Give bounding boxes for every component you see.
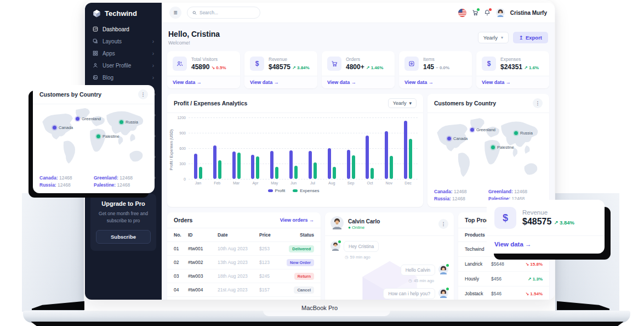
legend-item-expenses[interactable]: Expenses: [293, 188, 319, 193]
marker-label: Russia: [520, 131, 533, 136]
period-select[interactable]: Yearly ▾: [478, 32, 509, 43]
view-data-link[interactable]: View data →: [399, 76, 472, 88]
search-input[interactable]: [200, 10, 255, 15]
upload-icon: ↥: [519, 35, 523, 41]
chevron-right-icon: ›: [152, 50, 154, 57]
sidebar-item-apps[interactable]: Apps ›: [85, 47, 162, 59]
bar-expenses[interactable]: [352, 155, 355, 179]
bar-expenses[interactable]: [256, 156, 259, 179]
bar-expenses[interactable]: [294, 166, 298, 179]
us-flag-icon: [458, 9, 466, 17]
status-badge: Cancel: [294, 286, 314, 294]
bar-profit[interactable]: [251, 155, 254, 179]
chevron-right-icon: ›: [152, 38, 154, 44]
map-marker-palestine[interactable]: Palestine: [491, 145, 514, 150]
bar-expenses[interactable]: [275, 167, 278, 179]
map-marker-canada[interactable]: Canada: [53, 125, 73, 130]
chart-y-axis-label: Profit / Expenses (USD): [169, 117, 176, 182]
chart-plot: [189, 117, 418, 179]
x-tick-label: Jan: [189, 181, 208, 185]
chart-title: Profit / Expenses Analytics: [174, 100, 247, 106]
product-row: Hously $456 ↗ 1.3%: [458, 272, 549, 286]
stat-value: 45890: [191, 63, 209, 71]
x-tick-label: Dec: [398, 181, 418, 185]
subscribe-button[interactable]: Subscribe: [96, 230, 151, 244]
layouts-icon: [93, 38, 98, 44]
user-name[interactable]: Cristina Murfy: [510, 10, 547, 16]
x-tick-label: Apr: [246, 181, 265, 185]
product-row: Jobstack $546 ↘ 1.54%: [458, 286, 549, 300]
map-marker-russia[interactable]: Russia: [514, 131, 533, 136]
bar-expenses[interactable]: [333, 167, 336, 179]
bar-profit[interactable]: [404, 121, 407, 179]
chart-gridline: [189, 179, 418, 179]
chat-message-outgoing: Hello Calvin: [330, 265, 448, 277]
map-marker-canada[interactable]: Canada: [447, 136, 468, 141]
bar-expenses[interactable]: [218, 160, 221, 179]
upgrade-title: Upgrade to Pro: [96, 200, 151, 207]
export-button[interactable]: ↥ Export: [513, 32, 548, 43]
view-data-link[interactable]: View data →: [322, 76, 395, 88]
bar-expenses[interactable]: [199, 167, 202, 179]
sidebar-item-layouts[interactable]: Layouts ›: [85, 35, 162, 47]
dollar-icon: $: [250, 57, 264, 71]
topbar: ≡: [162, 3, 555, 23]
bar-profit[interactable]: [213, 145, 216, 179]
bar-expenses[interactable]: [409, 139, 412, 179]
revenue-title: Revenue: [522, 209, 574, 216]
user-menu[interactable]: [496, 8, 505, 17]
bar-profit[interactable]: [366, 136, 369, 179]
bar-expenses[interactable]: [237, 153, 241, 179]
order-row: 01#tw001 10th Aug 2023$253 Delivered: [167, 242, 321, 256]
avatar-cristina: [438, 265, 448, 277]
bar-profit[interactable]: [194, 154, 197, 179]
presence-dot: [446, 288, 449, 290]
users-icon: [173, 57, 187, 71]
export-label: Export: [526, 35, 542, 41]
avatar-calvin: [330, 241, 340, 253]
brand[interactable]: Techwind: [85, 3, 162, 23]
bar-profit[interactable]: [385, 131, 388, 179]
language-flag-button[interactable]: [458, 9, 466, 17]
y-tick-label: 900: [179, 131, 186, 135]
dollar-icon: $: [494, 207, 516, 229]
view-data-link[interactable]: View data →: [244, 76, 317, 88]
kebab-menu-button[interactable]: ⋮: [533, 98, 543, 108]
view-data-link[interactable]: View data →: [476, 76, 549, 88]
bar-profit[interactable]: [289, 150, 293, 179]
bar-profit[interactable]: [309, 151, 312, 179]
map-marker-palestine[interactable]: Palestine: [96, 134, 119, 139]
bar-expenses[interactable]: [390, 156, 393, 179]
map-marker-russia[interactable]: Russia: [119, 120, 138, 125]
order-row: 04#tw004 21st Aug 2023$157 Cancel: [167, 283, 321, 297]
notifications-button[interactable]: [484, 9, 491, 16]
revenue-change: ↗ 3.84%: [554, 220, 574, 226]
bar-expenses[interactable]: [314, 162, 317, 179]
bar-profit[interactable]: [232, 151, 236, 179]
cart-button[interactable]: [472, 9, 478, 16]
view-data-link[interactable]: View data →: [487, 235, 605, 254]
search-box[interactable]: [187, 7, 260, 19]
map-marker-greenland[interactable]: Greenland: [76, 116, 101, 121]
stat-card-expenses: $ Expenses $24351↗ 1.6% View data →: [476, 51, 549, 88]
bar-expenses[interactable]: [371, 168, 374, 179]
bar-profit[interactable]: [270, 151, 273, 179]
view-orders-link[interactable]: View orders →: [280, 217, 314, 223]
view-data-link[interactable]: View data →: [167, 76, 240, 88]
sidebar-item-blog[interactable]: Blog ›: [85, 71, 162, 83]
bar-profit[interactable]: [328, 148, 331, 179]
kebab-menu-button[interactable]: ⋮: [438, 219, 448, 229]
floating-revenue-card: $ Revenue $48575↗ 3.84% View data →: [487, 200, 605, 254]
sidebar-item-dashboard[interactable]: Dashboard: [85, 23, 162, 35]
map-marker-greenland[interactable]: Greenland: [470, 127, 495, 132]
x-tick-label: Feb: [208, 181, 227, 185]
legend-item-profit[interactable]: Profit: [268, 188, 286, 193]
hamburger-menu-button[interactable]: ≡: [169, 7, 181, 19]
bar-group: [189, 117, 208, 179]
kebab-menu-button[interactable]: ⋮: [138, 89, 148, 99]
chart-period-select[interactable]: Yearly ▾: [388, 98, 417, 108]
bar-profit[interactable]: [347, 150, 350, 179]
y-tick-label: 300: [179, 162, 186, 166]
sidebar-item-user-profile[interactable]: User Profile ›: [85, 59, 162, 71]
marker-label: Canada: [59, 125, 73, 130]
